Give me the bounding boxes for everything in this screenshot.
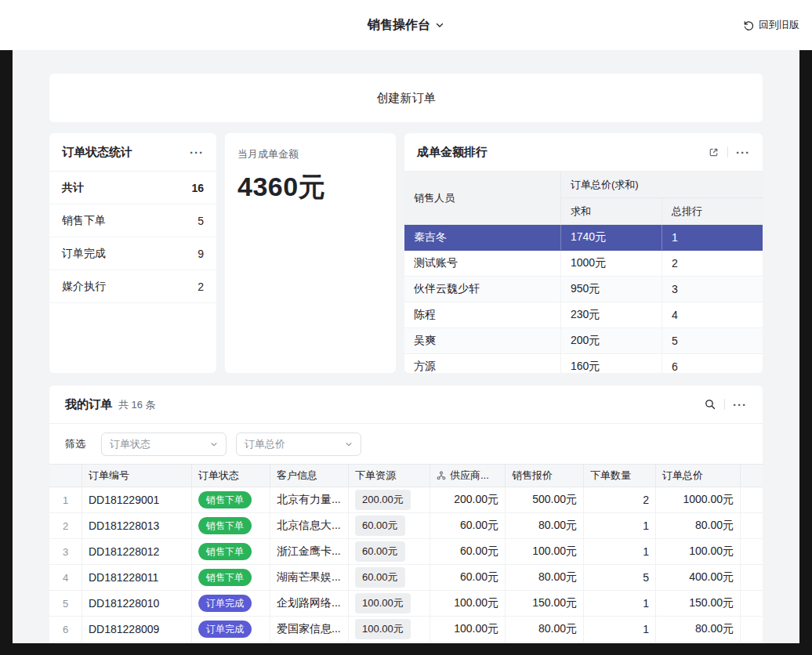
status-row[interactable]: 共计 16 [49,172,216,204]
status-row[interactable]: 媒介执行 2 [49,270,216,303]
stub-cell [741,565,763,590]
restore-icon [743,20,755,31]
order-row[interactable]: 3 DD181228012 销售下单 浙江金鹰卡... 60.00元 60.00… [49,539,763,565]
stub-cell [741,591,763,616]
col-sum: 求和 [561,198,662,225]
back-to-old-version-button[interactable]: 回到旧版 [743,0,799,50]
order-status-cell: 销售下单 [192,513,270,538]
order-id: DD181228009 [82,617,192,642]
sales-quote: 150.00元 [506,591,584,616]
order-total-filter-placeholder: 订单总价 [245,437,285,451]
resource-cell: 60.00元 [349,539,430,564]
customer-info: 北京有力量... [270,487,349,512]
back-to-old-version-label: 回到旧版 [759,18,799,32]
ranking-row[interactable]: 吴爽 200元 5 [404,328,763,354]
customer-info: 爱国家信息... [270,617,349,642]
status-row-label: 订单完成 [62,247,106,261]
order-status-filter[interactable]: 订单状态 [101,432,227,456]
ranking-row[interactable]: 伙伴云魏少轩 950元 3 [404,277,763,302]
customer-info: 浙江金鹰卡... [270,539,349,564]
order-qty: 2 [584,487,656,512]
order-row[interactable]: 1 DD181229001 销售下单 北京有力量... 200.00元 200.… [49,487,763,513]
col-sales-person: 销售人员 [404,172,561,225]
order-status-cell: 订单完成 [192,591,270,616]
status-row[interactable]: 订单完成 9 [49,237,216,270]
order-row[interactable]: 5 DD181228010 订单完成 企划路网络... 100.00元 100.… [49,591,763,617]
divider [727,147,728,157]
search-icon[interactable] [704,398,716,411]
order-status-card: 订单状态统计 ··· 共计 16 销售下单 5 订单完成 9 媒介执行 2 [49,133,216,373]
create-order-label: 创建新订单 [377,91,436,106]
order-row[interactable]: 6 DD181228009 订单完成 爱国家信息... 100.00元 100.… [49,617,763,642]
status-badge: 销售下单 [198,517,252,534]
ranking-header-actions: ··· [708,147,750,158]
ranking-cell-sum: 1000元 [561,251,662,276]
ranking-cell-name: 吴爽 [404,328,561,353]
create-order-button[interactable]: 创建新订单 [49,74,763,122]
col-supplier-label: 供应商... [450,469,489,483]
sales-quote: 100.00元 [506,539,584,564]
resource-cell: 60.00元 [349,565,430,590]
supplier-price: 100.00元 [430,591,506,616]
ranking-cell-name: 测试账号 [404,251,561,276]
status-row[interactable]: 销售下单 5 [49,204,216,237]
chevron-down-icon [345,440,353,448]
stub-cell [741,513,763,538]
resource-chip: 60.00元 [355,567,405,588]
status-row-value: 9 [198,248,204,260]
more-icon[interactable]: ··· [190,147,204,158]
col-supplier: 供应商... [430,465,506,487]
more-icon[interactable]: ··· [733,399,747,411]
status-card-header: 订单状态统计 ··· [49,133,216,172]
customer-info: 湖南芒果娱... [270,565,349,590]
page-title: 销售操作台 [368,17,430,34]
ranking-row[interactable]: 秦吉冬 1740元 1 [404,225,763,251]
ranking-cell-rank: 6 [662,354,763,373]
order-qty: 5 [584,565,656,590]
supplier-price: 60.00元 [430,565,506,590]
export-icon[interactable] [708,147,720,158]
col-order-total: 订单总价 [656,465,741,487]
row-number: 1 [49,487,82,512]
order-row[interactable]: 4 DD181228011 销售下单 湖南芒果娱... 60.00元 60.00… [49,565,763,591]
ranking-card-header: 成单金额排行 ··· [404,133,763,172]
ranking-cell-name: 秦吉冬 [404,225,561,250]
status-badge: 销售下单 [198,491,252,508]
ranking-cell-sum: 200元 [561,328,662,353]
order-id: DD181228010 [82,591,192,616]
order-total: 1000.00元 [656,487,741,512]
more-icon[interactable]: ··· [736,147,750,158]
sales-quote: 80.00元 [506,617,584,642]
ranking-cell-name: 伙伴云魏少轩 [404,277,561,302]
order-total: 400.00元 [656,565,741,590]
status-badge: 订单完成 [198,621,252,638]
stub-cell [741,617,763,642]
order-id: DD181228013 [82,513,192,538]
ranking-cell-sum: 230元 [561,302,662,328]
ranking-cell-name: 陈程 [404,302,561,328]
order-total: 80.00元 [656,513,741,538]
status-badge: 订单完成 [198,595,252,612]
status-badge: 销售下单 [198,543,252,560]
ranking-row[interactable]: 方源 160元 6 [404,354,763,373]
workspace-switcher[interactable]: 销售操作台 [0,0,812,50]
amount-label: 当月成单金额 [237,147,383,161]
ranking-row[interactable]: 陈程 230元 4 [404,302,763,328]
resource-cell: 100.00元 [349,591,430,616]
customer-info: 北京信息大... [270,513,349,538]
ranking-row[interactable]: 测试账号 1000元 2 [404,251,763,277]
resource-cell: 100.00元 [349,617,430,642]
amount-value: 4360元 [237,169,383,205]
order-row[interactable]: 2 DD181228013 销售下单 北京信息大... 60.00元 60.00… [49,513,763,539]
resource-cell: 200.00元 [349,487,430,512]
order-qty: 1 [584,513,656,538]
orders-count: 共 16 条 [118,398,156,412]
status-rows: 共计 16 销售下单 5 订单完成 9 媒介执行 2 [49,172,216,303]
dashboard: 创建新订单 订单状态统计 ··· 共计 16 销售下单 5 订单完成 9 媒介执… [13,50,799,643]
status-row-label: 共计 [62,181,84,195]
order-total-filter[interactable]: 订单总价 [236,432,361,456]
ranking-cell-rank: 1 [662,225,763,250]
order-status-cell: 销售下单 [192,487,270,512]
orders-header-actions: ··· [704,398,747,411]
order-total: 100.00元 [656,539,741,564]
